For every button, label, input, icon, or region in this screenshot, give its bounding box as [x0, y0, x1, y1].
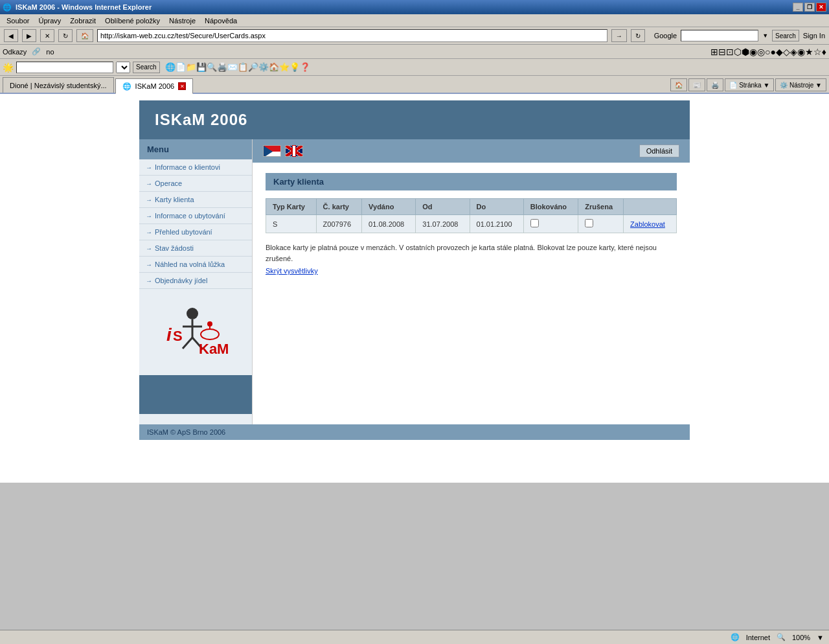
tab-dione[interactable]: Dioné | Nezávislý studentský...	[3, 77, 114, 93]
menu-nastroje[interactable]: Nástroje	[165, 16, 199, 26]
nav-home-btn[interactable]: 🏠	[670, 78, 687, 91]
td-blokovano	[523, 215, 578, 233]
svg-point-10	[207, 321, 212, 327]
arrow-icon-3: →	[146, 196, 152, 203]
th-do: Do	[470, 199, 523, 215]
tab-bar: Dioné | Nezávislý studentský... 🌐 ISKaM …	[0, 76, 829, 94]
sidebar-item-informace-klientovi[interactable]: → Informace o klientovi	[139, 159, 252, 176]
links-bar: Odkazy 🔗 no ⊞⊟⊡⬡⬢◉◎○●◆◇◈◉★☆♦	[0, 45, 829, 59]
arrow-icon-2: →	[146, 180, 152, 187]
menu-napoveda[interactable]: Nápověda	[201, 16, 241, 26]
toolbar-row: 🌟 Search 🌐📄📁💾🔍🖨️✉️📋🔎⚙️🏠⭐💡❓	[0, 59, 829, 76]
sidebar-item-stav-zadosti[interactable]: → Stav žádosti	[139, 240, 252, 257]
menu-upravy[interactable]: Úpravy	[34, 16, 65, 26]
zablokovat-link[interactable]: Zablokovat	[630, 220, 665, 228]
td-vydano: 01.08.2008	[362, 215, 416, 233]
sidebar-item-nahled-luzka[interactable]: → Náhled na volná lůžka	[139, 257, 252, 273]
svg-line-3	[183, 338, 192, 349]
td-action: Zablokovat	[624, 215, 677, 233]
top-bar-content: Odhlásit	[253, 139, 690, 163]
flags-area	[263, 145, 303, 157]
table-row: S Z007976 01.08.2008 31.07.2008 01.01.21…	[266, 215, 677, 233]
refresh-button[interactable]: ↻	[58, 29, 73, 42]
nav-operace: Operace	[155, 179, 182, 187]
toolbar-search-select[interactable]	[116, 62, 130, 73]
logout-button[interactable]: Odhlásit	[639, 144, 679, 157]
iskam-logo-area: i S KaM	[139, 289, 252, 375]
google-dropdown-arrow[interactable]: ▼	[762, 32, 768, 39]
menu-soubor[interactable]: Soubor	[3, 16, 33, 26]
th-vydano: Vydáno	[362, 199, 416, 215]
back-button[interactable]: ◀	[4, 29, 18, 42]
svg-text:KaM: KaM	[199, 341, 228, 357]
nav-print-btn[interactable]: 🖨️	[707, 78, 723, 91]
tab-close-button[interactable]: ✕	[178, 82, 186, 90]
menu-bar: Soubor Úpravy Zobrazit Oblíbené položky …	[0, 14, 829, 27]
iskam-header: ISKaM 2006	[139, 100, 690, 139]
content-area: Odhlásit Karty klienta Typ Karty Č. kart…	[253, 139, 690, 424]
td-c-karty: Z007976	[316, 215, 362, 233]
forward-button[interactable]: ▶	[22, 29, 36, 42]
menu-zobrazit[interactable]: Zobrazit	[66, 16, 100, 26]
stop-button[interactable]: ✕	[40, 29, 54, 42]
toolbar-search-input[interactable]	[16, 62, 113, 73]
sidebar-menu-header: Menu	[139, 139, 252, 159]
td-typ: S	[266, 215, 317, 233]
section-header: Karty klienta	[266, 173, 677, 190]
tab-iskam[interactable]: 🌐 ISKaM 2006 ✕	[115, 78, 194, 94]
cz-flag-blue	[264, 146, 273, 157]
sign-in-label[interactable]: Sign In	[803, 32, 825, 40]
nav-nahled-luzka: Náhled na volná lůžka	[155, 260, 225, 268]
address-input[interactable]	[97, 29, 608, 42]
td-zrusena	[578, 215, 624, 233]
uk-flag[interactable]	[285, 145, 303, 157]
sidebar-footer-box	[139, 375, 252, 414]
sidebar-item-karty-klienta[interactable]: → Karty klienta	[139, 192, 252, 208]
svg-point-0	[187, 308, 198, 319]
menu-oblibene[interactable]: Oblíbené položky	[101, 16, 164, 26]
links-no: no	[46, 48, 54, 56]
iskam-title: ISKaM 2006	[155, 111, 674, 129]
blokovano-checkbox[interactable]	[530, 219, 539, 227]
th-zrusena: Zrušena	[578, 199, 624, 215]
skryt-link[interactable]: Skrýt vysvětlivky	[266, 267, 318, 275]
arrow-icon-5: →	[146, 229, 152, 236]
nav-objednavky-jidel: Objednávky jídel	[155, 277, 207, 284]
links-separator: 🔗	[32, 47, 41, 56]
iskam-logo-svg: i S KaM	[163, 302, 228, 360]
tab-iskam-label: ISKaM 2006	[135, 82, 175, 90]
nav-page-btn[interactable]: 📄 Stránka ▼	[725, 78, 774, 91]
note-text: Blokace karty je platná pouze v menzách.…	[266, 242, 677, 264]
restore-button[interactable]: ❐	[804, 3, 815, 12]
th-typ: Typ Karty	[266, 199, 317, 215]
refresh-btn2[interactable]: ↻	[631, 29, 645, 42]
sidebar-item-objednavky-jidel[interactable]: → Objednávky jídel	[139, 273, 252, 289]
sidebar-item-informace-ubytovani[interactable]: → Informace o ubytování	[139, 208, 252, 224]
nav-karty-klienta: Karty klienta	[155, 196, 194, 203]
cards-table: Typ Karty Č. karty Vydáno Od Do Blokován…	[266, 198, 677, 233]
home-button[interactable]: 🏠	[76, 29, 93, 42]
google-search-input[interactable]	[681, 30, 758, 41]
toolbar-icons: ⊞⊟⊡⬡⬢◉◎○●◆◇◈◉★☆♦	[710, 47, 826, 57]
minimize-button[interactable]: _	[793, 3, 803, 12]
arrow-icon-7: →	[146, 261, 152, 268]
nav-stav-zadosti: Stav žádosti	[155, 244, 194, 252]
czech-flag[interactable]	[263, 145, 281, 157]
google-search-button[interactable]: Search	[772, 30, 799, 41]
iskam-body: Menu → Informace o klientovi → Operace →…	[139, 139, 690, 424]
td-od: 31.07.2008	[416, 215, 470, 233]
cards-section: Karty klienta Typ Karty Č. karty Vydáno …	[253, 163, 690, 286]
th-c-karty: Č. karty	[316, 199, 362, 215]
close-button[interactable]: ✕	[816, 3, 826, 12]
go-button[interactable]: →	[611, 29, 627, 42]
zrusena-checkbox[interactable]	[585, 219, 593, 227]
th-blokovano: Blokováno	[523, 199, 578, 215]
th-action	[624, 199, 677, 215]
sidebar-item-operace[interactable]: → Operace	[139, 176, 252, 192]
toolbar-icon1: 🌟	[3, 62, 14, 73]
ie-content: ISKaM 2006 Menu → Informace o klientovi …	[0, 94, 829, 483]
nav-tools-btn[interactable]: ⚙️ Nástroje ▼	[775, 78, 826, 91]
nav-rss-btn[interactable]: 📰	[688, 78, 705, 91]
toolbar-search-button[interactable]: Search	[133, 62, 160, 73]
sidebar-item-prehled-ubytovani[interactable]: → Přehled ubytování	[139, 224, 252, 240]
